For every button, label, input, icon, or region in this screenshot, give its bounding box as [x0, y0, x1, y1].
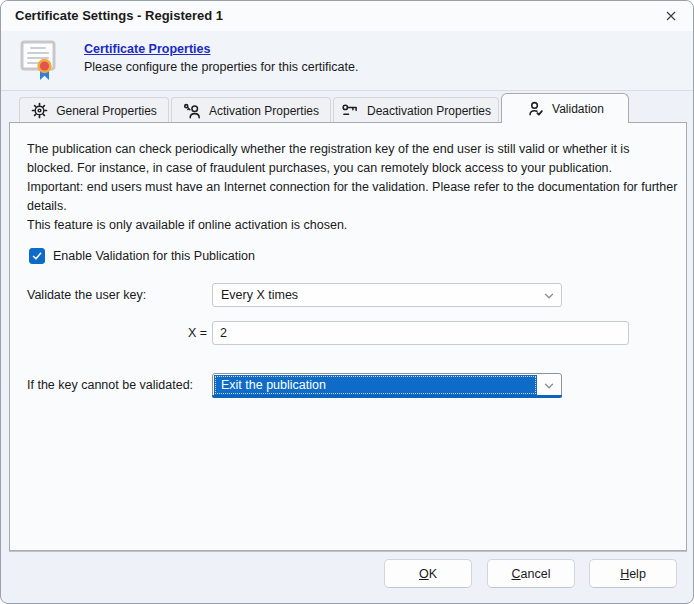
- tab-label: Validation: [552, 102, 604, 116]
- checkmark-icon: [31, 250, 43, 262]
- close-button[interactable]: [657, 4, 685, 28]
- cancel-button[interactable]: Cancel: [487, 559, 575, 588]
- enable-validation-row: Enable Validation for this Publication: [29, 248, 255, 264]
- titlebar: Certificate Settings - Registered 1: [1, 1, 693, 31]
- chevron-down-icon: [543, 290, 555, 302]
- cancel-button-label: Cancel: [512, 567, 551, 581]
- header-subtitle: Please configure the properties for this…: [84, 60, 358, 74]
- key-cannot-be-validated-dropdown[interactable]: Exit the publication: [212, 373, 562, 397]
- dropdown-selected-value: Every X times: [214, 285, 537, 305]
- tab-validation[interactable]: Validation: [501, 93, 629, 123]
- help-button[interactable]: Help: [589, 559, 677, 588]
- tab-label: Activation Properties: [209, 104, 319, 118]
- certificate-settings-dialog: Certificate Settings - Registered 1 Cert…: [0, 0, 694, 604]
- validate-user-key-dropdown[interactable]: Every X times: [212, 283, 562, 307]
- x-equals-label: X =: [152, 321, 207, 345]
- tab-deactivation-properties[interactable]: Deactivation Properties: [333, 97, 499, 123]
- user-check-icon: [526, 100, 544, 118]
- help-button-label: Help: [620, 567, 646, 581]
- key-minus-icon: [341, 102, 359, 120]
- close-icon: [665, 10, 677, 22]
- tab-label: Deactivation Properties: [367, 104, 491, 118]
- x-value-input[interactable]: [212, 321, 629, 345]
- enable-validation-checkbox[interactable]: [29, 248, 45, 264]
- ok-button-label: OK: [419, 567, 437, 581]
- gear-icon: [31, 102, 48, 119]
- key-cannot-be-validated-label: If the key cannot be validated:: [27, 373, 193, 397]
- ok-button[interactable]: OK: [384, 559, 472, 588]
- window-title: Certificate Settings - Registered 1: [15, 1, 223, 31]
- validate-user-key-label: Validate the user key:: [27, 283, 146, 307]
- tab-activation-properties[interactable]: Activation Properties: [171, 97, 331, 123]
- validation-tab-page: The publication can check periodically w…: [9, 122, 687, 551]
- tab-label: General Properties: [56, 104, 157, 118]
- user-key-icon: [183, 102, 201, 120]
- tab-general-properties[interactable]: General Properties: [19, 97, 169, 123]
- certificate-icon: [19, 37, 57, 83]
- chevron-down-icon: [543, 380, 555, 392]
- validation-description: The publication can check periodically w…: [27, 140, 679, 235]
- header-banner: Certificate Properties Please configure …: [1, 31, 693, 91]
- certificate-properties-link[interactable]: Certificate Properties: [84, 42, 210, 56]
- enable-validation-label: Enable Validation for this Publication: [53, 249, 255, 263]
- dropdown-selected-value: Exit the publication: [214, 375, 537, 395]
